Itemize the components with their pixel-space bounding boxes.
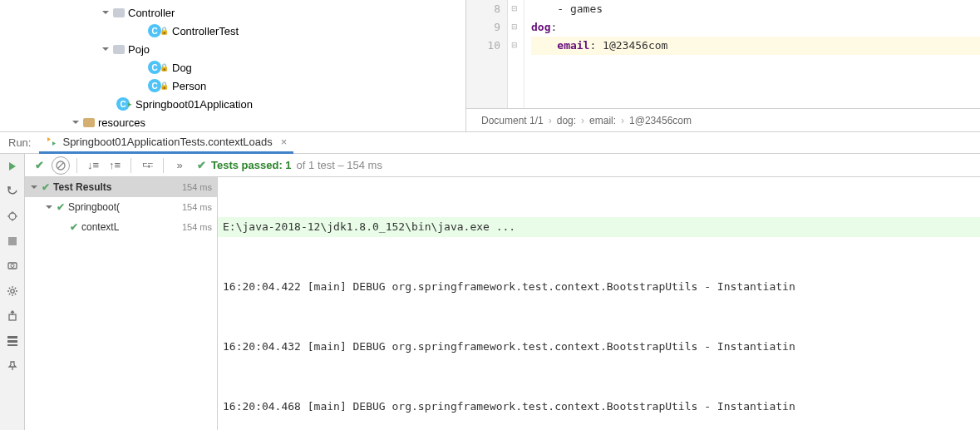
lock-icon: 🔒 (160, 63, 169, 72)
test-time: 154 ms (182, 202, 217, 212)
line-number: 10 (466, 37, 500, 55)
tree-item-dog[interactable]: C 🔒 Dog (0, 58, 465, 77)
show-passed-button[interactable]: ✔ (30, 156, 48, 175)
lock-icon: 🔒 (160, 82, 169, 90)
console-line: E:\java-2018-12\jdk1.8.0_152\bin\java.ex… (218, 217, 980, 237)
fold-marker-icon[interactable]: ⊟ (511, 41, 520, 49)
chevron-down-icon (101, 8, 110, 17)
chevron-down-icon (30, 183, 38, 191)
test-toolbar: ✔ ↓≡ ↑≡ ⮓ » ✔ Tests passed: 1 of 1 test … (25, 154, 980, 177)
tree-label: resources (98, 116, 145, 129)
expand-button[interactable]: ⮓ (138, 156, 156, 175)
settings-button[interactable] (3, 282, 22, 300)
test-config-icon (46, 136, 57, 147)
toggle-auto-button[interactable] (3, 182, 22, 200)
chevron-down-icon (101, 45, 110, 53)
project-tree[interactable]: Controller C 🔒 ControllerTest Pojo C 🔒 D… (0, 0, 465, 131)
folder-icon (113, 8, 125, 17)
breadcrumb-item[interactable]: 1@23456com (629, 115, 692, 126)
chevron-right-icon: › (581, 115, 584, 126)
run-icon: ▸ (128, 100, 132, 108)
svg-rect-12 (7, 344, 17, 346)
lock-icon: 🔒 (160, 27, 169, 35)
check-icon: ✔ (42, 181, 50, 193)
chevron-right-icon: › (621, 115, 624, 126)
console-line: 16:20:04.422 [main] DEBUG org.springfram… (218, 277, 980, 297)
code-line: dog: (531, 18, 980, 37)
run-left-toolbar (0, 154, 25, 430)
breadcrumb-item[interactable]: email: (589, 115, 616, 126)
run-tool-header: Run: Springboot01ApplicationTests.contex… (0, 132, 980, 154)
tree-item-person[interactable]: C 🔒 Person (0, 77, 465, 95)
test-tree-leaf[interactable]: ✔ contextL 154 ms (25, 217, 217, 237)
pin-button[interactable] (3, 357, 22, 375)
svg-rect-11 (7, 340, 17, 343)
console-line: 16:20:04.432 [main] DEBUG org.springfram… (218, 337, 980, 357)
svg-line-14 (58, 162, 64, 168)
sort-down-button[interactable]: ↓≡ (84, 156, 102, 175)
check-icon: ✔ (70, 221, 78, 233)
tree-label: Pojo (128, 43, 150, 56)
fold-column[interactable]: ⊟ ⊟ ⊟ (508, 0, 524, 108)
console-output[interactable]: E:\java-2018-12\jdk1.8.0_152\bin\java.ex… (218, 177, 980, 430)
svg-rect-5 (8, 237, 17, 245)
svg-rect-9 (9, 314, 16, 320)
run-label: Run: (0, 136, 39, 149)
editor-pane[interactable]: 8 9 10 ⊟ ⊟ ⊟ - games dog: email: 1@23456… (465, 0, 980, 131)
test-tree-label: Test Results (53, 181, 111, 193)
tree-item-controllertest[interactable]: C 🔒 ControllerTest (0, 22, 465, 40)
debug-rerun-button[interactable] (3, 207, 22, 225)
folder-icon (113, 45, 125, 54)
tree-item-application[interactable]: C ▸ Springboot01Application (0, 95, 465, 113)
run-tab-label: Springboot01ApplicationTests.contextLoad… (62, 136, 272, 148)
tree-label: Dog (172, 62, 192, 74)
test-status: ✔ Tests passed: 1 of 1 test – 154 ms (197, 159, 382, 171)
test-tree-root[interactable]: ✔ Test Results 154 ms (25, 177, 217, 197)
svg-point-7 (11, 264, 14, 268)
show-ignored-button[interactable] (52, 156, 70, 175)
run-tab[interactable]: Springboot01ApplicationTests.contextLoad… (39, 132, 293, 154)
breadcrumb-item[interactable]: dog: (557, 115, 576, 126)
chevron-down-icon (71, 118, 80, 126)
tree-item-controller[interactable]: Controller (0, 3, 465, 22)
console-line: 16:20:04.468 [main] DEBUG org.springfram… (218, 397, 980, 417)
tree-label: ControllerTest (172, 25, 239, 37)
code-area[interactable]: - games dog: email: 1@23456com (524, 0, 980, 108)
line-number: 9 (466, 18, 500, 37)
resources-icon (83, 118, 95, 127)
tree-label: Springboot01Application (135, 98, 253, 111)
chevron-down-icon (45, 203, 53, 211)
test-time: 154 ms (182, 182, 217, 192)
gutter: 8 9 10 (466, 0, 508, 108)
test-time: 154 ms (182, 222, 217, 232)
svg-point-0 (9, 213, 16, 220)
tree-label: Person (172, 80, 206, 92)
fold-marker-icon[interactable]: ⊟ (511, 22, 520, 31)
test-tree-node[interactable]: ✔ Springboot( 154 ms (25, 197, 217, 217)
dump-button[interactable] (3, 257, 22, 275)
test-tree-label: Springboot( (68, 201, 120, 213)
check-icon: ✔ (197, 159, 206, 171)
fold-marker-icon[interactable]: ⊟ (511, 4, 520, 12)
export-button[interactable] (3, 307, 22, 325)
line-number: 8 (466, 0, 500, 18)
tree-item-pojo[interactable]: Pojo (0, 40, 465, 58)
svg-point-8 (10, 289, 13, 293)
status-passed: Tests passed: 1 (211, 159, 292, 171)
more-button[interactable]: » (170, 156, 189, 175)
breadcrumb-item[interactable]: Document 1/1 (481, 115, 544, 126)
chevron-right-icon: › (549, 115, 552, 126)
test-tree-label: contextL (81, 221, 119, 233)
test-tree[interactable]: ✔ Test Results 154 ms ✔ Springboot( 154 … (25, 177, 218, 430)
breadcrumb[interactable]: Document 1/1 › dog: › email: › 1@23456co… (466, 108, 980, 131)
check-icon: ✔ (57, 201, 65, 213)
tree-item-resources[interactable]: resources (0, 113, 465, 131)
close-icon[interactable]: × (281, 136, 288, 148)
rerun-button[interactable] (3, 157, 22, 175)
svg-rect-10 (7, 336, 17, 339)
stop-button[interactable] (3, 232, 22, 250)
sort-up-button[interactable]: ↑≡ (106, 156, 124, 175)
status-suffix: of 1 test – 154 ms (297, 159, 382, 171)
layout-button[interactable] (3, 332, 22, 350)
code-line: email: 1@23456com (531, 37, 980, 55)
